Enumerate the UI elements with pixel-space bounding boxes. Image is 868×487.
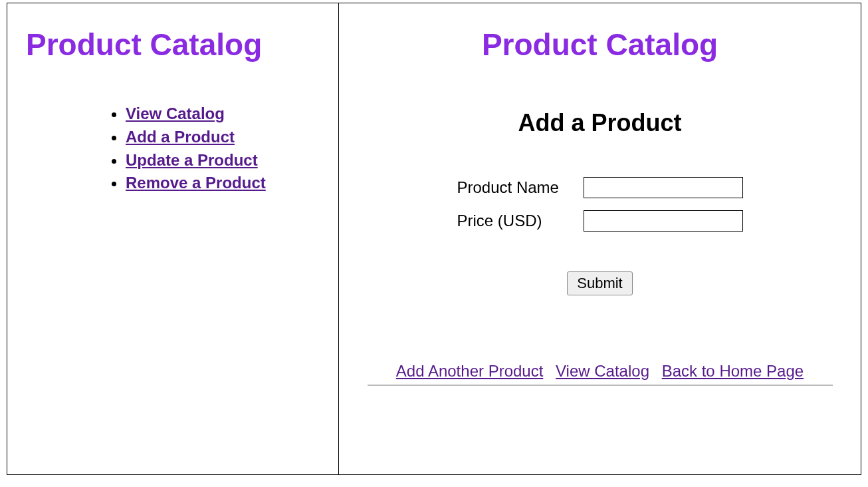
- form-row-price: Price (USD): [457, 210, 743, 232]
- product-name-input[interactable]: [584, 177, 743, 198]
- bottom-links: Add Another Product View Catalog Back to…: [368, 362, 833, 386]
- nav-remove-product[interactable]: Remove a Product: [126, 174, 266, 192]
- section-heading: Add a Product: [358, 109, 842, 137]
- add-product-form: Product Name Price (USD) Submit: [457, 177, 743, 295]
- panel-home: Product Catalog View Catalog Add a Produ…: [7, 3, 339, 475]
- list-item: Add a Product: [126, 126, 320, 149]
- panel-add-product: Product Catalog Add a Product Product Na…: [339, 3, 861, 475]
- list-item: Remove a Product: [126, 172, 320, 195]
- nav-update-product[interactable]: Update a Product: [126, 151, 258, 169]
- page-title-left: Product Catalog: [26, 27, 320, 63]
- submit-button[interactable]: Submit: [567, 271, 632, 295]
- nav-add-product[interactable]: Add a Product: [126, 128, 235, 146]
- nav-view-catalog[interactable]: View Catalog: [126, 104, 225, 122]
- page-title-right: Product Catalog: [358, 27, 842, 63]
- two-panel-layout: Product Catalog View Catalog Add a Produ…: [7, 3, 861, 475]
- form-row-name: Product Name: [457, 177, 743, 198]
- submit-wrap: Submit: [457, 271, 743, 295]
- list-item: View Catalog: [126, 102, 320, 126]
- nav-list: View Catalog Add a Product Update a Prod…: [26, 102, 320, 195]
- price-input[interactable]: [584, 210, 743, 232]
- list-item: Update a Product: [126, 149, 320, 172]
- price-label: Price (USD): [457, 212, 584, 230]
- product-name-label: Product Name: [457, 178, 584, 197]
- link-view-catalog[interactable]: View Catalog: [556, 362, 649, 380]
- link-add-another[interactable]: Add Another Product: [396, 362, 543, 380]
- link-back-home[interactable]: Back to Home Page: [662, 362, 804, 380]
